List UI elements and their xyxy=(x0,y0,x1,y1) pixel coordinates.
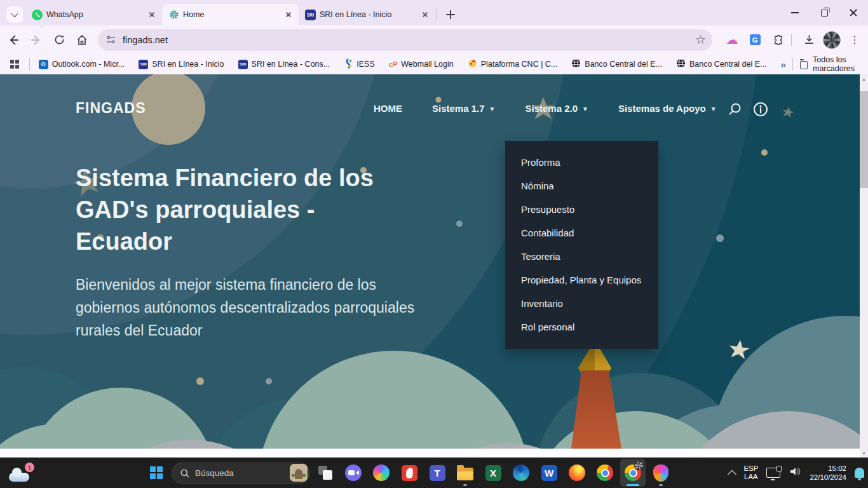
tab-sri[interactable]: SRI SRI en Línea - Inicio xyxy=(299,4,435,25)
hidden-icons-chevron[interactable] xyxy=(728,470,736,479)
nav-sistema-20[interactable]: Sistema 2.0▼ xyxy=(525,103,588,114)
system-tray: ESP LAA 15:02 22/10/2024 xyxy=(729,458,864,488)
taskbar-icon-chrome-active[interactable] xyxy=(620,459,646,487)
tab-home-active[interactable]: Home xyxy=(162,4,299,25)
apps-grid-icon[interactable] xyxy=(10,60,19,69)
taskbar-icon-copilot[interactable] xyxy=(369,459,394,487)
taskbar-icon-teams[interactable]: T xyxy=(424,459,450,487)
taskbar-icon-edge[interactable] xyxy=(508,459,534,487)
menu-item-propiedad-planta-equipos[interactable]: Propiedad, Planta y Equipos xyxy=(505,268,658,292)
cnc-icon xyxy=(468,58,477,70)
extensions-cluster: ☁ G ⋮ xyxy=(719,30,864,50)
volume-icon[interactable] xyxy=(789,465,801,480)
close-icon xyxy=(849,8,858,17)
taskbar-search[interactable]: Búsqueda xyxy=(172,463,310,484)
nav-icons xyxy=(726,101,769,120)
reload-button[interactable] xyxy=(50,30,69,50)
folder-icon xyxy=(800,61,808,69)
taskbar-icon-pdf-editor[interactable] xyxy=(397,459,422,487)
tab-whatsapp[interactable]: WhatsApp xyxy=(25,4,162,25)
close-button[interactable] xyxy=(839,0,868,25)
taskbar-icon-firefox[interactable] xyxy=(564,459,590,487)
translate-extension-icon[interactable]: G xyxy=(745,30,764,50)
bookmark-item-cnc[interactable]: Plataforma CNC | C... xyxy=(468,58,558,70)
tab-close-icon[interactable] xyxy=(420,10,430,20)
bookmark-item-banco-central-1[interactable]: Banco Central del E... xyxy=(571,58,662,70)
bookmark-item-sri-inicio[interactable]: SRI SRI en Línea - Inicio xyxy=(139,60,224,69)
nav-sistemas-apoyo[interactable]: Sistemas de Apoyo▼ xyxy=(618,103,717,114)
tab-close-icon[interactable] xyxy=(283,10,294,20)
scrollbar-thumb[interactable] xyxy=(860,91,868,188)
menu-item-tesoreria[interactable]: Tesoreria xyxy=(505,245,658,268)
scroll-down-button[interactable]: ▼ xyxy=(860,449,868,458)
toolbar-divider xyxy=(791,34,792,46)
reload-icon xyxy=(53,34,65,46)
nav-search-icon[interactable] xyxy=(726,101,743,120)
bookmarks-overflow-chevron[interactable]: » xyxy=(781,59,786,70)
hero-title: Sistema Financiero de los GAD's parroqui… xyxy=(76,162,393,257)
clock[interactable]: 15:02 22/10/2024 xyxy=(810,464,846,482)
three-dot-icon: ⋮ xyxy=(850,34,860,46)
omnibox[interactable]: fingads.net ☆ xyxy=(98,29,712,51)
chrome-icon xyxy=(597,464,613,481)
back-button[interactable] xyxy=(4,30,23,50)
weather-extension-icon[interactable]: ☁ xyxy=(722,30,742,50)
new-tab-button[interactable] xyxy=(442,6,459,23)
edge-icon xyxy=(513,464,529,481)
menu-item-proforma[interactable]: Proforma xyxy=(505,151,658,174)
bookmark-star-icon[interactable]: ☆ xyxy=(695,34,706,46)
sri-favicon: SRI xyxy=(305,10,316,20)
download-icon[interactable] xyxy=(799,30,818,50)
excel-icon: X xyxy=(485,465,501,481)
bookmark-item-banco-central-2[interactable]: Banco Central del E... xyxy=(676,58,767,70)
menu-item-nomina[interactable]: Nómina xyxy=(505,174,658,198)
taskbar-icon-chrome[interactable] xyxy=(592,459,618,487)
browser-menu-button[interactable]: ⋮ xyxy=(845,30,864,50)
weather-widget[interactable]: 1 xyxy=(9,463,34,483)
taskbar-icon-excel[interactable]: X xyxy=(480,459,506,487)
start-button[interactable] xyxy=(144,460,169,485)
menu-item-inventario[interactable]: Inventario xyxy=(505,292,658,315)
bookmark-item-iess[interactable]: IESS xyxy=(344,58,375,71)
nav-home[interactable]: HOME xyxy=(374,103,402,114)
taskbar-icon-video-app[interactable] xyxy=(341,459,366,487)
url-text[interactable]: fingads.net xyxy=(123,35,695,45)
word-icon: W xyxy=(541,465,557,481)
minimize-button[interactable] xyxy=(780,0,810,25)
scrollbar[interactable]: ▲ ▼ xyxy=(860,74,868,458)
teams-icon: T xyxy=(430,465,445,481)
home-button[interactable] xyxy=(72,30,92,50)
globe-icon xyxy=(571,58,581,70)
scroll-up-button[interactable]: ▲ xyxy=(860,74,868,83)
bookmark-item-sri-consultas[interactable]: SRI SRI en Línea - Cons... xyxy=(238,60,330,69)
menu-item-rol-personal[interactable]: Rol personal xyxy=(505,315,658,339)
window-controls xyxy=(780,0,868,25)
taskbar-icon-paint-drop[interactable] xyxy=(648,459,674,487)
nav-info-icon[interactable] xyxy=(752,101,769,120)
taskbar-icon-word[interactable]: W xyxy=(536,459,562,487)
chevron-down-icon xyxy=(11,10,18,17)
menu-item-contabilidad[interactable]: Contabilidad xyxy=(505,221,658,245)
all-bookmarks[interactable]: Todos los marcadores xyxy=(789,55,859,73)
tab-search-button[interactable] xyxy=(6,6,23,23)
browser-window: WhatsApp Home SRI SRI en Línea - Inicio xyxy=(0,0,868,488)
extensions-puzzle-icon[interactable] xyxy=(768,30,787,50)
language-indicator[interactable]: ESP LAA xyxy=(743,464,758,481)
bookmark-item-webmail[interactable]: cP Webmail Login xyxy=(389,60,454,69)
taskbar-icon-task-view[interactable] xyxy=(313,459,338,487)
notification-bell-icon[interactable] xyxy=(855,468,864,478)
browser-toolbar: fingads.net ☆ ☁ G ⋮ xyxy=(0,25,868,54)
profile-avatar[interactable] xyxy=(822,30,841,50)
site-info-icon[interactable] xyxy=(105,34,116,45)
forward-button[interactable] xyxy=(27,30,46,50)
background-illustration xyxy=(0,74,868,458)
nav-sistema-17[interactable]: Sistema 1.7▼ xyxy=(432,103,495,114)
taskbar-icon-file-explorer[interactable] xyxy=(452,459,478,487)
site-logo[interactable]: FINGADS xyxy=(76,100,146,117)
menu-item-presupuesto[interactable]: Presupuesto xyxy=(505,198,658,221)
cpanel-icon: cP xyxy=(389,60,397,68)
bookmark-item-outlook[interactable]: O Outlook.com - Micr... xyxy=(39,60,125,69)
tab-close-icon[interactable] xyxy=(147,10,157,20)
display-network-icon[interactable] xyxy=(766,468,780,478)
restore-button[interactable] xyxy=(810,0,839,25)
